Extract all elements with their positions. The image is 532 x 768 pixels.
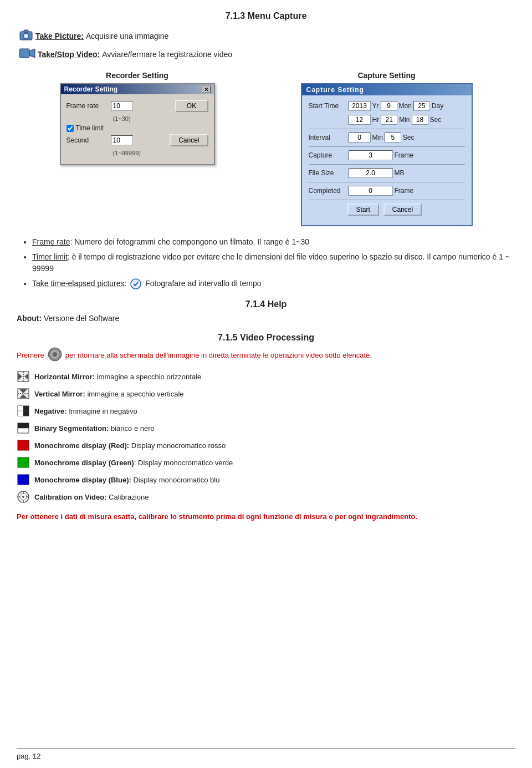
feature-mono-green: Monochrome display (Green): Display mono… [17, 456, 515, 469]
feature-negative: Negative: Immagine in negativo [17, 404, 515, 418]
svg-marker-5 [29, 49, 35, 58]
second-row: Second Cancel [66, 134, 208, 146]
min-input[interactable] [381, 115, 397, 125]
features-list: Frame rate: Numero dei fotogrammi che co… [32, 236, 515, 289]
feature-h-mirror: Horizontal Mirror: immagine a specchio o… [17, 370, 515, 383]
recorder-ok-btn[interactable]: OK [175, 100, 208, 112]
svg-point-9 [53, 352, 57, 357]
timelapsed-text: Fotografare ad intervallo di tempo [145, 279, 261, 288]
recorder-dialog-block: Recorder Setting Recorder Setting ✕ Fram… [60, 71, 215, 226]
bullet-timelapsed: Take time-elapsed pictures: Fotografare … [32, 278, 515, 289]
mono-green-icon [17, 456, 30, 469]
capture-cancel-btn[interactable]: Cancel [383, 204, 422, 216]
calibration-bold: Calibration on Video: Calibrazione [34, 493, 149, 501]
h-mirror-icon [17, 370, 30, 383]
time-limit-row: Time limit [66, 124, 208, 132]
min-unit: Min [399, 116, 410, 124]
v-mirror-bold: Vertical Mirror: immagine a specchio ver… [34, 390, 184, 398]
svg-rect-22 [18, 423, 29, 428]
capture-dialog: Capture Setting Start Time Yr Mon Day [301, 83, 473, 226]
capture-body: Start Time Yr Mon Day Hr Min Sec [302, 95, 472, 225]
recorder-close-btn[interactable]: ✕ [202, 85, 211, 93]
recorder-dialog-label: Recorder Setting [106, 71, 168, 80]
time-row: Hr Min Sec [309, 115, 465, 125]
features-section: Horizontal Mirror: immagine a specchio o… [17, 370, 515, 503]
take-video-desc: Avviare/fermare la registrazione video [102, 50, 232, 59]
capture-unit: Frame [395, 151, 414, 159]
calibration-icon [17, 490, 30, 503]
svg-point-6 [131, 279, 141, 289]
timer-limit-text: : è il tempo di registrazione video per … [32, 252, 510, 273]
page-title: 7.1.3 Menu Capture [17, 11, 515, 21]
take-picture-desc: Acquisire una immagine [86, 32, 168, 40]
binary-bold: Binary Segmentation: bianco e nero [34, 424, 155, 433]
int-min-input[interactable] [349, 133, 371, 143]
footer-text: pag. 12 [17, 752, 40, 760]
timer-limit-term: Timer limit [32, 252, 68, 261]
recorder-body: Frame rate OK (1~30) Time limit Second C… [61, 94, 214, 164]
vp-intro-text: per ritornare alla schermata dell'immagi… [65, 351, 372, 359]
capture-input[interactable] [349, 150, 393, 160]
mono-red-icon [17, 439, 30, 452]
frame-rate-row: Frame rate OK [66, 100, 208, 112]
mono-red-bold: Monochrome display (Red): Display monocr… [34, 441, 226, 450]
frame-rate-input[interactable] [111, 101, 133, 111]
start-time-row: Start Time Yr Mon Day [309, 101, 465, 111]
second-range-hint: (1~99999) [113, 150, 208, 156]
take-video-row: Take/Stop Video: Avviare/fermare la regi… [17, 47, 515, 61]
sec-unit: Sec [430, 116, 442, 124]
feature-calibration: Calibration on Video: Calibrazione [17, 490, 515, 503]
frame-rate-hint: (1~30) [113, 115, 208, 122]
capture-label: Capture [309, 151, 349, 159]
cap-buttons-row: Start Cancel [309, 204, 465, 216]
start-time-label: Start Time [309, 102, 349, 110]
mono-blue-icon [17, 473, 30, 486]
time-limit-checkbox[interactable] [66, 125, 74, 132]
capture-title: Capture Setting [306, 86, 364, 94]
completed-unit: Frame [395, 187, 414, 195]
take-picture-icon [19, 29, 33, 43]
negative-icon [17, 404, 30, 418]
hr-unit: Hr [372, 116, 380, 124]
svg-rect-24 [18, 440, 29, 450]
frame-rate-term: Frame rate [32, 237, 70, 246]
feature-binary: Binary Segmentation: bianco e nero [17, 421, 515, 435]
svg-rect-26 [18, 475, 29, 485]
dialogs-row: Recorder Setting Recorder Setting ✕ Fram… [17, 71, 515, 226]
frame-rate-text: : Numero dei fotogrammi che compongono u… [70, 237, 309, 246]
timelapsed-icon: : [125, 279, 146, 288]
frame-rate-label: Frame rate [66, 102, 111, 110]
day-input[interactable] [413, 101, 430, 111]
warning-text: Per ottenere i dati di misura esatta, ca… [17, 511, 515, 522]
svg-rect-25 [18, 457, 29, 467]
help-about-row: About: Versione del Software [17, 314, 515, 323]
feature-v-mirror: Vertical Mirror: immagine a specchio ver… [17, 387, 515, 400]
mo-input[interactable] [381, 101, 397, 111]
filesize-row: File Size MB [309, 168, 465, 178]
int-min-unit: Min [372, 134, 383, 141]
second-label: Second [66, 136, 111, 144]
svg-point-2 [24, 34, 28, 38]
svg-rect-3 [24, 30, 28, 32]
take-picture-row: Take Picture: Acquisire una immagine [17, 29, 515, 43]
page-footer: pag. 12 [17, 748, 515, 760]
second-input[interactable] [111, 135, 133, 145]
help-about-label: About: [17, 314, 42, 323]
take-video-label: Take/Stop Video: [38, 50, 100, 59]
filesize-unit: MB [395, 169, 405, 177]
time-limit-label: Time limit [76, 124, 104, 132]
filesize-input[interactable] [349, 168, 393, 178]
yr-input[interactable] [349, 101, 371, 111]
mono-green-bold: Monochrome display (Green): Display mono… [34, 459, 233, 467]
interval-row: Interval Min Sec [309, 133, 465, 143]
hr-input[interactable] [349, 115, 371, 125]
feature-mono-blue: Monochrome display (Blue): Display monoc… [17, 473, 515, 486]
int-sec-input[interactable] [385, 133, 401, 143]
recorder-cancel-btn[interactable]: Cancel [170, 134, 208, 146]
capture-dialog-block: Capture Setting Capture Setting Start Ti… [301, 71, 473, 226]
bullet-section: Frame rate: Numero dei fotogrammi che co… [17, 236, 515, 289]
feature-mono-red: Monochrome display (Red): Display monocr… [17, 439, 515, 452]
sec-input[interactable] [412, 115, 428, 125]
capture-start-btn[interactable]: Start [347, 204, 379, 216]
completed-input[interactable] [349, 186, 393, 196]
